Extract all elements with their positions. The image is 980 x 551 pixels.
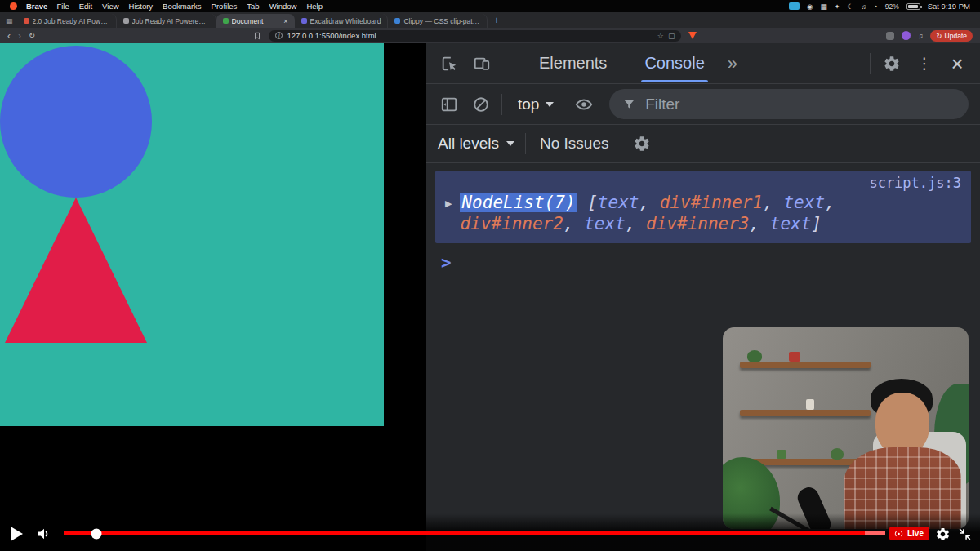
menu-item[interactable]: Help	[306, 2, 323, 11]
extensions-icon[interactable]	[886, 32, 894, 40]
forward-button[interactable]: ›	[18, 31, 21, 41]
tab-favicon	[301, 18, 307, 24]
menu-item[interactable]: Edit	[79, 2, 92, 11]
keyboard-brightness-icon[interactable]: ✦	[834, 2, 840, 11]
control-center-icon[interactable]: ◔	[874, 2, 878, 11]
chevron-down-icon	[546, 102, 554, 107]
console-output: script.js:3 ▶ NodeList(7) [text, div#inn…	[426, 163, 980, 280]
shelf-plant	[831, 448, 844, 460]
toolbar-divider	[563, 94, 564, 115]
url-bar[interactable]: i 127.0.0.1:5500/index.html ☆ ▢	[269, 30, 681, 42]
update-button[interactable]: ↻ Update	[930, 30, 973, 42]
context-selector[interactable]: top	[518, 96, 554, 113]
console-token-el: div#inner3	[646, 214, 749, 233]
shelf	[740, 362, 871, 368]
shrink-player-icon[interactable]	[957, 527, 973, 542]
back-button[interactable]: ‹	[7, 31, 11, 41]
devtools-menu-icon[interactable]: ⋮	[913, 52, 936, 75]
console-token-txt: text	[770, 214, 812, 233]
menu-app-name[interactable]: Brave	[26, 2, 47, 11]
more-tabs-icon[interactable]: »	[728, 53, 737, 74]
menu-item[interactable]: Window	[270, 2, 297, 11]
issues-status[interactable]: No Issues	[540, 135, 608, 153]
macos-menubar: Brave FileEditViewHistoryBookmarksProfil…	[0, 0, 980, 12]
console-token-p: ,	[750, 214, 770, 233]
progress-knob[interactable]	[91, 528, 102, 539]
brave-logo-icon	[10, 2, 17, 10]
console-prompt-icon[interactable]: >	[441, 253, 971, 273]
log-levels-label: All levels	[438, 135, 499, 153]
clear-console-icon[interactable]	[470, 93, 492, 116]
media-playing-icon[interactable]: ♫	[918, 32, 924, 40]
menu-item[interactable]: File	[56, 2, 69, 11]
tab-close-icon[interactable]: ×	[282, 17, 287, 25]
screen-record-icon[interactable]: ◉	[807, 2, 813, 11]
do-not-disturb-icon[interactable]: ☾	[848, 2, 854, 11]
bookmark-icon[interactable]	[253, 32, 261, 40]
blue-circle-shape	[0, 46, 152, 198]
bookmark-star-icon[interactable]: ☆	[657, 32, 664, 40]
battery-icon	[906, 3, 920, 10]
tab-favicon	[24, 18, 29, 24]
profile-avatar[interactable]	[902, 31, 911, 40]
inspect-element-icon[interactable]	[438, 52, 461, 75]
menu-item[interactable]: Profiles	[212, 2, 238, 11]
tab-console[interactable]: Console	[641, 44, 707, 82]
reading-mode-icon[interactable]: ▢	[668, 32, 675, 40]
device-toolbar-icon[interactable]	[470, 52, 493, 75]
console-token-p: ,	[626, 214, 646, 233]
player-settings-gear-icon[interactable]	[935, 527, 951, 542]
console-log-entry[interactable]: script.js:3 ▶ NodeList(7) [text, div#inn…	[435, 171, 971, 243]
site-info-icon[interactable]: i	[275, 32, 283, 39]
devtools-close-icon[interactable]: ×	[946, 52, 969, 75]
console-token-el: div#inner2	[460, 214, 563, 233]
expand-triangle-icon[interactable]: ▶	[445, 192, 452, 234]
console-token-txt: text	[783, 193, 825, 212]
source-link[interactable]: script.js:3	[869, 175, 961, 191]
tab-elements[interactable]: Elements	[536, 44, 610, 82]
live-expression-eye-icon[interactable]	[572, 93, 595, 116]
progress-bar[interactable]	[64, 531, 885, 535]
play-button[interactable]	[11, 527, 23, 541]
browser-tab[interactable]: 2.0 Job Ready AI Powered Cohort	[17, 14, 117, 28]
browser-tab[interactable]: Job Ready AI Powered Cohort 2.0	[117, 14, 216, 28]
toolbar-divider	[501, 94, 502, 115]
browser-tab[interactable]: Excalidraw Whiteboard	[295, 14, 389, 28]
browser-addressbar: ‹ › ↻ i 127.0.0.1:5500/index.html ☆ ▢ ♫ …	[0, 28, 980, 43]
tab-overview-icon[interactable]: ▦	[6, 17, 13, 25]
menu-item[interactable]: History	[129, 2, 154, 11]
display-icon[interactable]: ▦	[820, 2, 826, 11]
menu-item[interactable]: Tab	[247, 2, 259, 11]
now-playing-icon[interactable]: ♫	[861, 2, 866, 11]
console-entry-header: script.js:3	[445, 175, 961, 191]
page-background	[0, 43, 384, 426]
filter-box[interactable]	[609, 89, 969, 119]
menu-item[interactable]: Bookmarks	[163, 2, 202, 11]
console-token-p: ,	[825, 193, 835, 212]
camera-indicator-icon[interactable]	[789, 2, 800, 10]
console-token-p: ,	[564, 214, 584, 233]
status-icons: ◉▦✦☾♫◔	[807, 2, 878, 11]
page-viewport	[0, 43, 426, 551]
console-token-txt: text	[584, 214, 626, 233]
menu-item[interactable]: View	[102, 2, 118, 11]
console-settings-gear-icon[interactable]	[630, 132, 653, 155]
filter-input[interactable]	[645, 96, 956, 113]
console-token-el: div#inner1	[660, 193, 763, 212]
brave-shields-icon[interactable]	[688, 32, 697, 39]
devtools-settings-gear-icon[interactable]	[880, 52, 903, 75]
browser-tab[interactable]: Document×	[216, 14, 295, 28]
browser-tab[interactable]: Clippy — CSS clip-path maker	[388, 14, 488, 28]
reload-button[interactable]: ↻	[29, 32, 35, 40]
new-tab-button[interactable]: +	[493, 15, 499, 26]
menubar-clock: Sat 9:19 PM	[928, 2, 970, 11]
shelf	[740, 410, 871, 416]
live-label: Live	[907, 529, 924, 538]
update-refresh-icon: ↻	[936, 32, 942, 40]
tab-label: 2.0 Job Ready AI Powered Cohort	[33, 17, 109, 25]
url-text[interactable]: 127.0.0.1:5500/index.html	[287, 31, 653, 40]
log-levels-dropdown[interactable]: All levels	[438, 135, 514, 153]
live-badge[interactable]: Live	[889, 527, 929, 540]
volume-icon[interactable]	[36, 526, 52, 542]
console-sidebar-icon[interactable]	[438, 93, 461, 116]
